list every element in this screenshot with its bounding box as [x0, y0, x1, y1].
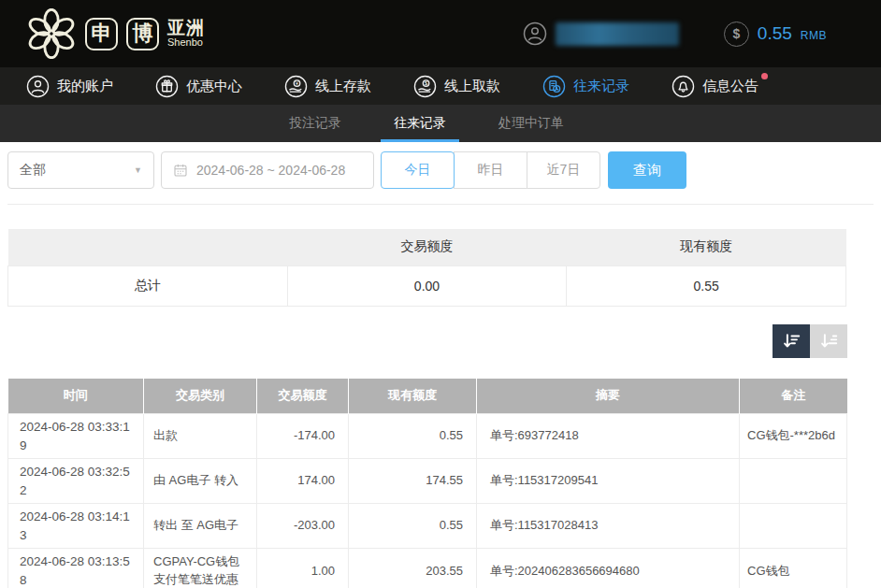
cell-balance: 0.55	[349, 504, 477, 549]
notification-dot	[761, 73, 768, 79]
record-subtabs: 投注记录 往来记录 处理中订单	[0, 105, 881, 142]
cell-type: 出款	[144, 414, 257, 459]
nav-item-label: 信息公告	[702, 78, 758, 95]
brand-subtitle: Shenbo	[167, 37, 205, 49]
cell-balance: 174.55	[349, 459, 477, 504]
deposit-icon: ¥	[284, 75, 308, 98]
user-icon	[26, 75, 50, 98]
cell-amount: 174.00	[257, 459, 349, 504]
chevron-down-icon: ▼	[134, 165, 142, 175]
cell-balance: 0.55	[349, 414, 477, 459]
date-range-input[interactable]: 2024-06-28 ~ 2024-06-28	[161, 151, 374, 189]
nav-item-label: 线上存款	[315, 78, 371, 95]
cell-time: 2024-06-28 03:33:19	[8, 414, 144, 459]
search-button[interactable]: 查询	[608, 151, 686, 189]
cell-amount: 1.00	[257, 549, 349, 588]
svg-text:$: $	[425, 79, 428, 86]
sort-ascending-button[interactable]	[810, 324, 847, 358]
nav-item-label: 我的账户	[57, 78, 113, 95]
cell-type: 由 AG电子 转入	[144, 459, 257, 504]
transactions-table: 时间 交易类别 交易额度 现有额度 摘要 备注 2024-06-28 03:33…	[7, 379, 847, 588]
category-select-value: 全部	[20, 162, 46, 179]
table-row: 2024-06-28 03:33:19 出款 -174.00 0.55 单号:6…	[8, 414, 847, 459]
header-summary: 摘要	[477, 379, 740, 414]
header-note: 备注	[740, 379, 847, 414]
category-select[interactable]: 全部 ▼	[7, 151, 154, 189]
summary-total-row: 总计 0.00 0.55	[8, 265, 846, 306]
avatar-icon	[523, 22, 547, 46]
tab-transaction-records[interactable]: 往来记录	[381, 105, 459, 142]
withdraw-icon: $	[413, 75, 437, 98]
cell-summary: 单号:202406283656694680	[477, 549, 740, 588]
nav-item-label: 线上取款	[444, 78, 500, 95]
cell-amount: -203.00	[257, 504, 349, 549]
cell-amount: -174.00	[257, 414, 349, 459]
topbar-right: $ 0.55 RMB	[523, 22, 827, 47]
main-navbar: 我的账户 优惠中心 ¥ 线上存款 $ 线上取款 往来记录 信息公告	[0, 67, 881, 105]
cell-note: CG钱包	[740, 549, 847, 588]
balance-amount: 0.55	[758, 23, 792, 44]
flower-logo-icon	[26, 8, 77, 59]
records-icon	[542, 75, 566, 98]
cell-summary: 单号:115317209541	[477, 459, 740, 504]
brand-region-block: 亚洲 Shenbo	[167, 19, 205, 48]
last7days-button[interactable]: 近7日	[527, 151, 600, 189]
section-divider	[7, 204, 874, 205]
summary-header-trade: 交易额度	[287, 229, 567, 265]
date-range-value: 2024-06-28 ~ 2024-06-28	[196, 163, 345, 178]
username-redacted	[556, 22, 679, 46]
topbar: 申 博 亚洲 Shenbo $ 0.55 RMB	[0, 0, 881, 67]
table-row: 2024-06-28 03:32:52 由 AG电子 转入 174.00 174…	[8, 459, 847, 504]
yesterday-button[interactable]: 昨日	[454, 151, 527, 189]
sort-controls	[34, 324, 847, 358]
cell-type: CGPAY-CG钱包支付笔笔送优惠	[144, 549, 257, 588]
brand-region: 亚洲	[167, 19, 205, 37]
cell-type: 转出 至 AG电子	[144, 504, 257, 549]
cell-note	[740, 459, 847, 504]
filter-bar: 全部 ▼ 2024-06-28 ~ 2024-06-28 今日 昨日 近7日 查…	[7, 151, 874, 189]
nav-item-deposit[interactable]: ¥ 线上存款	[284, 75, 371, 98]
bell-icon	[672, 75, 695, 98]
nav-item-transactions[interactable]: 往来记录	[542, 75, 629, 98]
header-amount: 交易额度	[257, 379, 349, 414]
gift-icon	[155, 75, 179, 98]
nav-item-announcements[interactable]: 信息公告	[672, 75, 758, 98]
summary-header-empty	[8, 229, 288, 265]
balance-display[interactable]: $ 0.55 RMB	[724, 22, 827, 47]
header-type: 交易类别	[144, 379, 257, 414]
balance-currency: RMB	[801, 25, 827, 42]
sort-descending-button[interactable]	[773, 324, 810, 358]
cell-balance: 203.55	[349, 549, 477, 588]
header-time: 时间	[8, 379, 144, 414]
nav-item-my-account[interactable]: 我的账户	[26, 75, 113, 98]
nav-item-promotions[interactable]: 优惠中心	[155, 75, 242, 98]
svg-text:¥: ¥	[296, 79, 299, 86]
nav-item-withdraw[interactable]: $ 线上取款	[413, 75, 500, 98]
cell-time: 2024-06-28 03:14:13	[8, 504, 144, 549]
cell-summary: 单号:115317028413	[477, 504, 740, 549]
cell-note	[740, 504, 847, 549]
cell-note: CG钱包-***2b6d	[740, 414, 847, 459]
brand-logo[interactable]: 申 博 亚洲 Shenbo	[26, 8, 205, 59]
sort-amount-desc-icon	[781, 331, 802, 351]
nav-item-label: 往来记录	[573, 78, 629, 95]
sort-amount-asc-icon	[818, 331, 839, 351]
tab-bet-records[interactable]: 投注记录	[276, 105, 354, 142]
dollar-icon: $	[724, 22, 749, 47]
today-button[interactable]: 今日	[381, 151, 455, 189]
cell-summary: 单号:693772418	[477, 414, 740, 459]
table-row: 2024-06-28 03:14:13 转出 至 AG电子 -203.00 0.…	[8, 504, 847, 549]
brand-char-1: 申	[85, 18, 118, 50]
nav-item-label: 优惠中心	[186, 78, 242, 95]
summary-total-trade: 0.00	[287, 265, 567, 306]
quick-date-group: 今日 昨日 近7日	[381, 151, 600, 189]
brand-char-2: 博	[126, 18, 159, 50]
tab-pending-orders[interactable]: 处理中订单	[485, 105, 577, 142]
summary-header-balance: 现有额度	[567, 229, 846, 265]
summary-total-label: 总计	[8, 265, 288, 306]
table-row: 2024-06-28 03:13:58 CGPAY-CG钱包支付笔笔送优惠 1.…	[8, 549, 847, 588]
cell-time: 2024-06-28 03:13:58	[8, 549, 144, 588]
transactions-header-row: 时间 交易类别 交易额度 现有额度 摘要 备注	[8, 379, 847, 414]
account-info[interactable]	[523, 22, 679, 46]
calendar-icon	[173, 163, 188, 178]
